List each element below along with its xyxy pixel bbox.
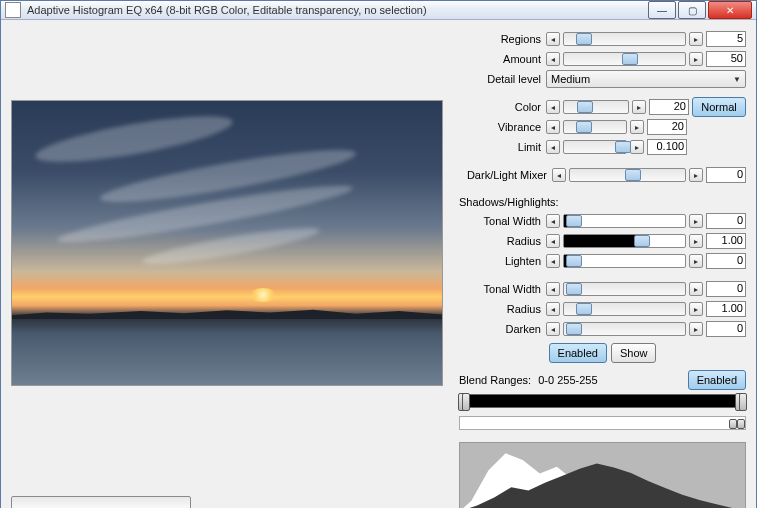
detail-value: Medium bbox=[551, 73, 590, 85]
s-radius-slider[interactable] bbox=[563, 234, 686, 248]
h-tonal-slider[interactable] bbox=[563, 282, 686, 296]
sh-show-button[interactable]: Show bbox=[611, 343, 657, 363]
color-dec-icon[interactable]: ◂ bbox=[546, 100, 560, 114]
minimize-button[interactable]: — bbox=[648, 1, 676, 19]
limit-dec-icon[interactable]: ◂ bbox=[546, 140, 560, 154]
blend-light-slider[interactable] bbox=[459, 416, 746, 430]
regions-label: Regions bbox=[459, 33, 543, 45]
h-darken-value[interactable]: 0 bbox=[706, 321, 746, 337]
vibrance-slider[interactable] bbox=[563, 120, 627, 134]
h-darken-dec-icon[interactable]: ◂ bbox=[546, 322, 560, 336]
vibrance-value[interactable]: 20 bbox=[647, 119, 687, 135]
blend-dark-slider[interactable] bbox=[459, 394, 746, 408]
s-lighten-label: Lighten bbox=[459, 255, 543, 267]
vibrance-inc-icon[interactable]: ▸ bbox=[630, 120, 644, 134]
app-icon bbox=[5, 2, 21, 18]
dialog-window: Adaptive Histogram EQ x64 (8-bit RGB Col… bbox=[0, 0, 757, 508]
limit-inc-icon[interactable]: ▸ bbox=[630, 140, 644, 154]
vibrance-dec-icon[interactable]: ◂ bbox=[546, 120, 560, 134]
regions-value[interactable]: 5 bbox=[706, 31, 746, 47]
limit-slider[interactable] bbox=[563, 140, 627, 154]
h-radius-value[interactable]: 1.00 bbox=[706, 301, 746, 317]
amount-inc-icon[interactable]: ▸ bbox=[689, 52, 703, 66]
preview-image bbox=[11, 100, 443, 386]
maximize-button[interactable]: ▢ bbox=[678, 1, 706, 19]
regions-slider[interactable] bbox=[563, 32, 686, 46]
darklight-dec-icon[interactable]: ◂ bbox=[552, 168, 566, 182]
histogram bbox=[459, 442, 746, 508]
s-lighten-value[interactable]: 0 bbox=[706, 253, 746, 269]
detail-label: Detail level bbox=[459, 73, 543, 85]
vibrance-label: Vibrance bbox=[459, 121, 543, 133]
s-tonal-label: Tonal Width bbox=[459, 215, 543, 227]
limit-value[interactable]: 0.100 bbox=[647, 139, 687, 155]
h-tonal-dec-icon[interactable]: ◂ bbox=[546, 282, 560, 296]
close-button[interactable]: ✕ bbox=[708, 1, 752, 19]
darklight-slider[interactable] bbox=[569, 168, 686, 182]
s-lighten-dec-icon[interactable]: ◂ bbox=[546, 254, 560, 268]
h-darken-label: Darken bbox=[459, 323, 543, 335]
darklight-inc-icon[interactable]: ▸ bbox=[689, 168, 703, 182]
s-radius-inc-icon[interactable]: ▸ bbox=[689, 234, 703, 248]
s-radius-dec-icon[interactable]: ◂ bbox=[546, 234, 560, 248]
color-value[interactable]: 20 bbox=[649, 99, 689, 115]
shadows-highlights-heading: Shadows/Highlights: bbox=[459, 194, 746, 210]
s-tonal-slider[interactable] bbox=[563, 214, 686, 228]
color-slider[interactable] bbox=[563, 100, 629, 114]
darklight-label: Dark/Light Mixer bbox=[459, 169, 549, 181]
color-inc-icon[interactable]: ▸ bbox=[632, 100, 646, 114]
s-lighten-inc-icon[interactable]: ▸ bbox=[689, 254, 703, 268]
h-tonal-label: Tonal Width bbox=[459, 283, 543, 295]
amount-dec-icon[interactable]: ◂ bbox=[546, 52, 560, 66]
h-darken-inc-icon[interactable]: ▸ bbox=[689, 322, 703, 336]
h-radius-label: Radius bbox=[459, 303, 543, 315]
regions-inc-icon[interactable]: ▸ bbox=[689, 32, 703, 46]
s-tonal-inc-icon[interactable]: ▸ bbox=[689, 214, 703, 228]
h-radius-slider[interactable] bbox=[563, 302, 686, 316]
color-label: Color bbox=[459, 101, 543, 113]
h-darken-slider[interactable] bbox=[563, 322, 686, 336]
window-title: Adaptive Histogram EQ x64 (8-bit RGB Col… bbox=[27, 4, 648, 16]
amount-slider[interactable] bbox=[563, 52, 686, 66]
amount-label: Amount bbox=[459, 53, 543, 65]
titlebar[interactable]: Adaptive Histogram EQ x64 (8-bit RGB Col… bbox=[1, 1, 756, 20]
s-radius-value[interactable]: 1.00 bbox=[706, 233, 746, 249]
progress-bar bbox=[11, 496, 191, 508]
s-tonal-dec-icon[interactable]: ◂ bbox=[546, 214, 560, 228]
s-lighten-slider[interactable] bbox=[563, 254, 686, 268]
h-radius-inc-icon[interactable]: ▸ bbox=[689, 302, 703, 316]
limit-label: Limit bbox=[459, 141, 543, 153]
blend-range: 0-0 255-255 bbox=[538, 374, 597, 386]
normal-button[interactable]: Normal bbox=[692, 97, 746, 117]
s-radius-label: Radius bbox=[459, 235, 543, 247]
darklight-value[interactable]: 0 bbox=[706, 167, 746, 183]
s-tonal-value[interactable]: 0 bbox=[706, 213, 746, 229]
h-tonal-inc-icon[interactable]: ▸ bbox=[689, 282, 703, 296]
detail-select[interactable]: Medium ▼ bbox=[546, 70, 746, 88]
chevron-down-icon: ▼ bbox=[733, 75, 741, 84]
amount-value[interactable]: 50 bbox=[706, 51, 746, 67]
h-tonal-value[interactable]: 0 bbox=[706, 281, 746, 297]
blend-enabled-button[interactable]: Enabled bbox=[688, 370, 746, 390]
regions-dec-icon[interactable]: ◂ bbox=[546, 32, 560, 46]
h-radius-dec-icon[interactable]: ◂ bbox=[546, 302, 560, 316]
blend-label: Blend Ranges: bbox=[459, 374, 531, 386]
sh-enabled-button[interactable]: Enabled bbox=[549, 343, 607, 363]
